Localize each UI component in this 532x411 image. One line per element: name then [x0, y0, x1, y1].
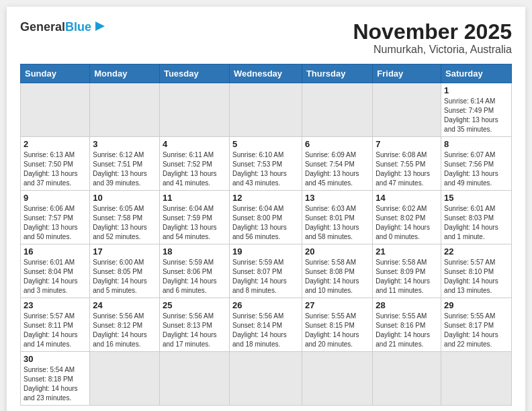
table-row: 30Sunrise: 5:54 AM Sunset: 8:18 PM Dayli…	[21, 352, 90, 406]
day-number: 27	[305, 300, 369, 310]
day-info: Sunrise: 6:14 AM Sunset: 7:49 PM Dayligh…	[444, 97, 508, 134]
logo: GeneralBlue	[20, 20, 107, 34]
day-info: Sunrise: 6:01 AM Sunset: 8:03 PM Dayligh…	[444, 204, 508, 242]
calendar-week-row: 2Sunrise: 6:13 AM Sunset: 7:50 PM Daylig…	[21, 137, 512, 191]
day-number: 6	[305, 139, 369, 149]
day-info: Sunrise: 6:04 AM Sunset: 7:59 PM Dayligh…	[163, 204, 226, 242]
table-row: 21Sunrise: 5:58 AM Sunset: 8:09 PM Dayli…	[373, 244, 441, 298]
table-row	[230, 83, 302, 137]
day-number: 8	[444, 139, 508, 149]
day-number: 1	[444, 85, 508, 95]
table-row: 18Sunrise: 5:59 AM Sunset: 8:06 PM Dayli…	[159, 244, 229, 298]
day-number: 21	[375, 246, 438, 257]
day-info: Sunrise: 6:09 AM Sunset: 7:54 PM Dayligh…	[305, 150, 369, 188]
table-row: 20Sunrise: 5:58 AM Sunset: 8:08 PM Dayli…	[302, 244, 372, 298]
day-number: 9	[24, 193, 87, 203]
table-row: 29Sunrise: 5:55 AM Sunset: 8:17 PM Dayli…	[441, 298, 512, 352]
table-row: 16Sunrise: 6:01 AM Sunset: 8:04 PM Dayli…	[21, 244, 90, 298]
day-info: Sunrise: 5:56 AM Sunset: 8:13 PM Dayligh…	[163, 312, 226, 349]
day-info: Sunrise: 5:57 AM Sunset: 8:10 PM Dayligh…	[444, 258, 508, 295]
calendar-week-row: 30Sunrise: 5:54 AM Sunset: 8:18 PM Dayli…	[21, 352, 512, 406]
day-number: 29	[444, 300, 508, 310]
day-info: Sunrise: 6:11 AM Sunset: 7:52 PM Dayligh…	[163, 150, 226, 188]
calendar-week-row: 1Sunrise: 6:14 AM Sunset: 7:49 PM Daylig…	[21, 83, 512, 137]
table-row: 10Sunrise: 6:05 AM Sunset: 7:58 PM Dayli…	[90, 191, 160, 244]
table-row	[302, 352, 372, 406]
day-number: 18	[163, 246, 226, 257]
day-info: Sunrise: 5:57 AM Sunset: 8:11 PM Dayligh…	[24, 312, 87, 349]
day-info: Sunrise: 6:07 AM Sunset: 7:56 PM Dayligh…	[444, 150, 508, 188]
day-number: 13	[305, 193, 369, 203]
page-subtitle: Numurkah, Victoria, Australia	[353, 44, 512, 56]
table-row	[230, 352, 302, 406]
day-number: 7	[375, 139, 438, 149]
day-number: 28	[375, 300, 438, 310]
table-row: 12Sunrise: 6:04 AM Sunset: 8:00 PM Dayli…	[230, 191, 302, 244]
col-wednesday: Wednesday	[230, 64, 302, 83]
col-thursday: Thursday	[302, 64, 372, 83]
col-monday: Monday	[90, 64, 160, 83]
day-number: 22	[444, 246, 508, 257]
header: GeneralBlue November 2025 Numurkah, Vict…	[20, 20, 512, 56]
table-row: 6Sunrise: 6:09 AM Sunset: 7:54 PM Daylig…	[302, 137, 372, 191]
title-block: November 2025 Numurkah, Victoria, Austra…	[353, 20, 512, 56]
table-row: 13Sunrise: 6:03 AM Sunset: 8:01 PM Dayli…	[302, 191, 372, 244]
table-row	[90, 83, 160, 137]
col-sunday: Sunday	[21, 64, 90, 83]
table-row: 11Sunrise: 6:04 AM Sunset: 7:59 PM Dayli…	[159, 191, 229, 244]
table-row: 15Sunrise: 6:01 AM Sunset: 8:03 PM Dayli…	[441, 191, 512, 244]
day-info: Sunrise: 6:08 AM Sunset: 7:55 PM Dayligh…	[375, 150, 438, 188]
table-row: 17Sunrise: 6:00 AM Sunset: 8:05 PM Dayli…	[90, 244, 160, 298]
table-row: 25Sunrise: 5:56 AM Sunset: 8:13 PM Dayli…	[159, 298, 229, 352]
table-row: 1Sunrise: 6:14 AM Sunset: 7:49 PM Daylig…	[441, 83, 512, 137]
day-info: Sunrise: 5:59 AM Sunset: 8:06 PM Dayligh…	[163, 258, 226, 295]
table-row: 5Sunrise: 6:10 AM Sunset: 7:53 PM Daylig…	[230, 137, 302, 191]
day-number: 5	[232, 139, 299, 149]
day-info: Sunrise: 5:56 AM Sunset: 8:14 PM Dayligh…	[232, 312, 299, 349]
day-info: Sunrise: 6:03 AM Sunset: 8:01 PM Dayligh…	[305, 204, 369, 242]
day-info: Sunrise: 6:06 AM Sunset: 7:57 PM Dayligh…	[24, 204, 87, 242]
table-row: 3Sunrise: 6:12 AM Sunset: 7:51 PM Daylig…	[90, 137, 160, 191]
day-info: Sunrise: 5:59 AM Sunset: 8:07 PM Dayligh…	[232, 258, 299, 295]
table-row: 4Sunrise: 6:11 AM Sunset: 7:52 PM Daylig…	[159, 137, 229, 191]
col-saturday: Saturday	[441, 64, 512, 83]
table-row: 27Sunrise: 5:55 AM Sunset: 8:15 PM Dayli…	[302, 298, 372, 352]
table-row: 26Sunrise: 5:56 AM Sunset: 8:14 PM Dayli…	[230, 298, 302, 352]
calendar-week-row: 23Sunrise: 5:57 AM Sunset: 8:11 PM Dayli…	[21, 298, 512, 352]
day-number: 24	[93, 300, 157, 310]
calendar-table: Sunday Monday Tuesday Wednesday Thursday…	[20, 64, 512, 406]
day-info: Sunrise: 6:12 AM Sunset: 7:51 PM Dayligh…	[93, 150, 157, 188]
day-info: Sunrise: 6:02 AM Sunset: 8:02 PM Dayligh…	[375, 204, 438, 242]
col-friday: Friday	[373, 64, 441, 83]
day-info: Sunrise: 6:01 AM Sunset: 8:04 PM Dayligh…	[24, 258, 87, 295]
table-row	[441, 352, 512, 406]
day-info: Sunrise: 5:55 AM Sunset: 8:17 PM Dayligh…	[444, 312, 508, 349]
calendar-week-row: 9Sunrise: 6:06 AM Sunset: 7:57 PM Daylig…	[21, 191, 512, 244]
day-number: 15	[444, 193, 508, 203]
day-number: 20	[305, 246, 369, 257]
day-info: Sunrise: 5:55 AM Sunset: 8:15 PM Dayligh…	[305, 312, 369, 349]
table-row: 9Sunrise: 6:06 AM Sunset: 7:57 PM Daylig…	[21, 191, 90, 244]
table-row: 28Sunrise: 5:55 AM Sunset: 8:16 PM Dayli…	[373, 298, 441, 352]
table-row: 24Sunrise: 5:56 AM Sunset: 8:12 PM Dayli…	[90, 298, 160, 352]
calendar-week-row: 16Sunrise: 6:01 AM Sunset: 8:04 PM Dayli…	[21, 244, 512, 298]
table-row: 7Sunrise: 6:08 AM Sunset: 7:55 PM Daylig…	[373, 137, 441, 191]
table-row	[159, 352, 229, 406]
logo-text: GeneralBlue	[20, 21, 91, 33]
svg-marker-0	[95, 21, 105, 31]
table-row	[373, 83, 441, 137]
day-number: 16	[24, 246, 87, 257]
day-number: 3	[93, 139, 157, 149]
day-info: Sunrise: 5:54 AM Sunset: 8:18 PM Dayligh…	[24, 365, 87, 403]
page-title: November 2025	[353, 20, 512, 44]
day-number: 12	[232, 193, 299, 203]
day-info: Sunrise: 6:13 AM Sunset: 7:50 PM Dayligh…	[24, 150, 87, 188]
day-number: 2	[24, 139, 87, 149]
table-row: 23Sunrise: 5:57 AM Sunset: 8:11 PM Dayli…	[21, 298, 90, 352]
table-row: 22Sunrise: 5:57 AM Sunset: 8:10 PM Dayli…	[441, 244, 512, 298]
day-info: Sunrise: 5:58 AM Sunset: 8:09 PM Dayligh…	[375, 258, 438, 295]
day-number: 4	[163, 139, 226, 149]
day-info: Sunrise: 6:10 AM Sunset: 7:53 PM Dayligh…	[232, 150, 299, 188]
page: GeneralBlue November 2025 Numurkah, Vict…	[7, 7, 525, 411]
day-info: Sunrise: 6:00 AM Sunset: 8:05 PM Dayligh…	[93, 258, 157, 295]
